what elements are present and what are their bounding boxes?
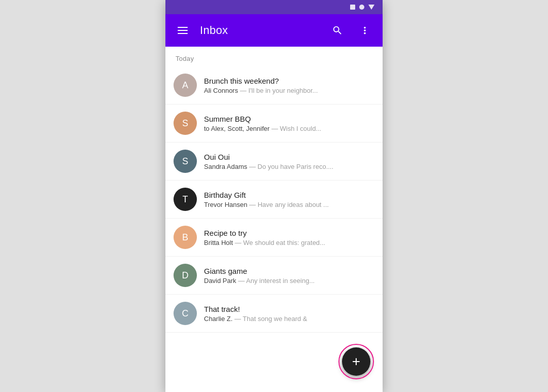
avatar: S xyxy=(174,112,197,135)
avatar: S xyxy=(174,150,197,173)
email-preview: — Do you have Paris reco.... xyxy=(247,163,333,170)
avatar: C xyxy=(174,302,197,325)
status-bar xyxy=(165,0,383,14)
email-preview: — I'll be in your neighbor... xyxy=(238,87,318,94)
status-triangle-icon xyxy=(368,5,374,10)
email-preview: — That song we heard & xyxy=(232,315,307,323)
email-meta: Sandra Adams — Do you have Paris reco...… xyxy=(204,163,374,170)
email-sender: to Alex, Scott, Jennifer xyxy=(204,125,269,132)
email-sender: Charlie Z. xyxy=(204,315,232,323)
hamburger-icon xyxy=(178,27,188,34)
email-content: Brunch this weekend?Ali Connors — I'll b… xyxy=(204,77,374,94)
menu-button[interactable] xyxy=(174,23,192,38)
status-square-icon xyxy=(350,5,355,10)
email-list-item[interactable]: DGiants gameDavid Park — Any interest in… xyxy=(165,257,383,295)
email-sender: Sandra Adams xyxy=(204,163,247,170)
email-meta: Charlie Z. — That song we heard & xyxy=(204,315,374,323)
status-circle-icon xyxy=(359,5,364,10)
email-subject: Giants game xyxy=(204,267,374,275)
email-preview: — Have any ideas about ... xyxy=(248,201,329,208)
email-meta: Ali Connors — I'll be in your neighbor..… xyxy=(204,87,374,94)
email-subject: Oui Oui xyxy=(204,153,374,161)
section-today-label: Today xyxy=(165,47,383,66)
email-list: Today ABrunch this weekend?Ali Connors —… xyxy=(165,47,383,392)
email-subject: Summer BBQ xyxy=(204,115,374,123)
email-subject: Recipe to try xyxy=(204,229,374,237)
email-content: Recipe to tryBritta Holt — We should eat… xyxy=(204,229,374,246)
more-options-button[interactable] xyxy=(355,21,374,40)
email-list-item[interactable]: BRecipe to tryBritta Holt — We should ea… xyxy=(165,219,383,257)
email-content: Oui OuiSandra Adams — Do you have Paris … xyxy=(204,153,374,170)
fab-container: + xyxy=(342,347,370,376)
more-vertical-icon xyxy=(359,25,370,36)
avatar: T xyxy=(174,188,197,211)
email-subject: That track! xyxy=(204,305,374,313)
avatar: A xyxy=(174,74,197,97)
avatar: D xyxy=(174,264,197,287)
email-content: Summer BBQto Alex, Scott, Jennifer — Wis… xyxy=(204,115,374,132)
email-meta: Trevor Hansen — Have any ideas about ... xyxy=(204,201,374,208)
email-list-item[interactable]: TBirthday GiftTrevor Hansen — Have any i… xyxy=(165,181,383,219)
email-list-item[interactable]: CThat track!Charlie Z. — That song we he… xyxy=(165,295,383,333)
email-list-item[interactable]: SOui OuiSandra Adams — Do you have Paris… xyxy=(165,142,383,181)
email-sender: Trevor Hansen xyxy=(204,201,248,208)
email-content: Birthday GiftTrevor Hansen — Have any id… xyxy=(204,191,374,208)
app-header: Inbox xyxy=(165,14,383,47)
search-button[interactable] xyxy=(328,21,347,40)
email-meta: David Park — Any interest in seeing... xyxy=(204,277,374,284)
phone-container: Inbox Today ABrunch this weekend?Ali Con… xyxy=(165,0,383,392)
search-icon xyxy=(332,25,343,36)
email-subject: Brunch this weekend? xyxy=(204,77,374,85)
email-content: That track!Charlie Z. — That song we hea… xyxy=(204,305,374,323)
email-subject: Birthday Gift xyxy=(204,191,374,199)
page-title: Inbox xyxy=(200,24,320,37)
email-sender: Ali Connors xyxy=(204,87,238,94)
fab-outline-decoration xyxy=(338,344,374,379)
email-meta: Britta Holt — We should eat this: grated… xyxy=(204,239,374,246)
avatar: B xyxy=(174,226,197,249)
email-preview: — Wish I could... xyxy=(269,125,321,132)
email-meta: to Alex, Scott, Jennifer — Wish I could.… xyxy=(204,125,374,132)
email-list-item[interactable]: ABrunch this weekend?Ali Connors — I'll … xyxy=(165,66,383,104)
email-list-item[interactable]: SSummer BBQto Alex, Scott, Jennifer — Wi… xyxy=(165,104,383,142)
email-preview: — We should eat this: grated... xyxy=(233,239,325,246)
email-preview: — Any interest in seeing... xyxy=(236,277,315,284)
email-sender: Britta Holt xyxy=(204,239,233,246)
compose-button[interactable]: + xyxy=(342,347,370,376)
email-sender: David Park xyxy=(204,277,236,284)
email-content: Giants gameDavid Park — Any interest in … xyxy=(204,267,374,284)
